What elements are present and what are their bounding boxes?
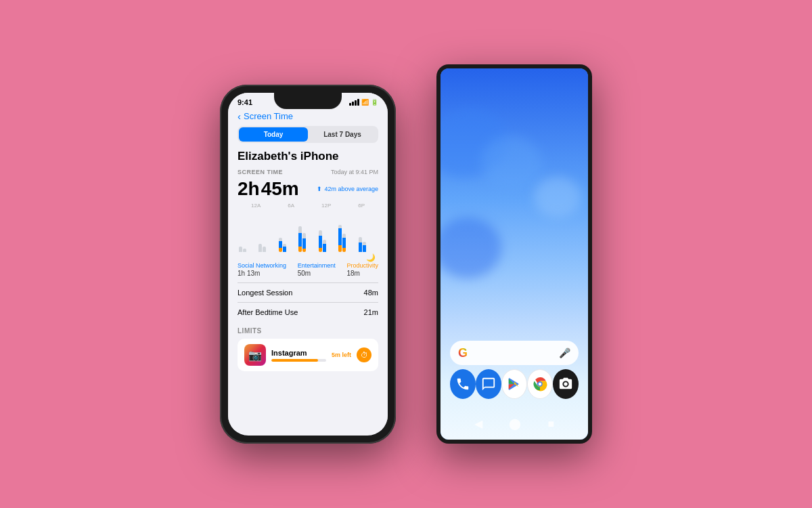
limit-bar-track xyxy=(271,359,326,362)
signal-bars xyxy=(349,99,359,106)
section-header: SCREEN TIME Today at 9:41 PM xyxy=(238,169,378,175)
legend-row: Social Networking 1h 13m Entertainment 5… xyxy=(238,262,378,277)
signal-bar-1 xyxy=(349,103,351,106)
bar xyxy=(263,247,266,252)
stat-bedtime: After Bedtime Use 21m xyxy=(238,302,378,322)
mins-value: 45m xyxy=(261,178,299,200)
mic-icon: 🎤 xyxy=(559,347,570,358)
nav-back-label: Screen Time xyxy=(244,111,293,121)
limit-info: Instagram xyxy=(271,349,326,362)
signal-bar-2 xyxy=(352,102,354,106)
legend-productivity: Productivity 18m xyxy=(346,262,378,277)
screen-content: ‹ Screen Time Today Last 7 Days Elizabet… xyxy=(228,109,388,431)
back-nav-icon[interactable]: ◀ xyxy=(474,417,482,430)
dock-messages-icon[interactable] xyxy=(476,369,501,399)
chart-bars xyxy=(238,210,378,252)
bar-group-2 xyxy=(258,244,277,252)
svg-point-2 xyxy=(539,383,542,386)
stat-label-longest: Longest Session xyxy=(238,289,292,297)
bar-group-1 xyxy=(239,247,257,252)
bar xyxy=(302,238,306,249)
legend-social-label: Social Networking xyxy=(238,262,286,269)
legend-ent-label: Entertainment xyxy=(298,262,336,269)
iphone-notch xyxy=(274,93,342,109)
signal-bar-3 xyxy=(355,100,357,106)
legend-entertainment: Entertainment 50m xyxy=(298,262,336,277)
paint-blob-4 xyxy=(441,217,501,278)
limit-timer-icon: ⏱ xyxy=(357,347,371,362)
bar xyxy=(319,236,322,248)
bar xyxy=(319,230,322,236)
bar xyxy=(363,245,366,252)
bar xyxy=(359,237,362,242)
nav-back[interactable]: ‹ Screen Time xyxy=(238,110,378,122)
android-wallpaper: G 🎤 xyxy=(441,68,588,440)
device-name: Elizabeth's iPhone xyxy=(238,150,378,163)
android-nav-bar: ◀ ⬤ ■ xyxy=(441,417,588,430)
battery-icon: 🔋 xyxy=(371,99,378,106)
recents-nav-icon[interactable]: ■ xyxy=(548,418,555,430)
dock-camera-icon[interactable] xyxy=(553,369,579,399)
above-avg-text: 42m above average xyxy=(324,186,378,192)
android-search-bar[interactable]: G 🎤 xyxy=(450,341,579,365)
instagram-icon: 📷 xyxy=(244,344,266,366)
chart-label-6p: 6P xyxy=(358,203,365,209)
bar xyxy=(298,247,302,252)
iphone-device: 9:41 📶 🔋 ‹ Screen Time xyxy=(220,85,396,444)
legend-ent-val: 50m xyxy=(298,270,336,277)
above-avg: ⬆ 42m above average xyxy=(317,186,378,192)
bar xyxy=(258,244,262,252)
bar-group-5 xyxy=(319,230,337,252)
limits-header: LIMITS xyxy=(238,327,378,335)
chart-labels: 12A 6A 12P 6P xyxy=(238,203,378,209)
legend-prod-label: Productivity xyxy=(346,262,378,269)
bar-group-7 xyxy=(359,237,377,252)
paint-blob-3 xyxy=(534,177,581,217)
usage-chart: 12A 6A 12P 6P xyxy=(238,203,378,257)
bar xyxy=(338,228,342,245)
bar xyxy=(302,233,306,238)
bar xyxy=(279,241,282,248)
dock-phone-icon[interactable] xyxy=(450,369,476,399)
bar xyxy=(239,247,242,252)
bar xyxy=(342,238,346,248)
bar xyxy=(279,248,282,252)
status-icons: 📶 🔋 xyxy=(349,99,378,106)
bar xyxy=(342,248,346,252)
legend-social: Social Networking 1h 13m xyxy=(238,262,286,277)
limit-bar-fill xyxy=(271,359,318,362)
dock-chrome-icon[interactable] xyxy=(527,369,553,399)
bar xyxy=(243,249,246,252)
status-time: 9:41 xyxy=(238,98,252,106)
legend-social-val: 1h 13m xyxy=(238,270,286,277)
limit-item-instagram[interactable]: 📷 Instagram 5m left ⏱ xyxy=(238,339,378,371)
dock-playstore-icon[interactable] xyxy=(501,369,527,399)
android-device: G 🎤 xyxy=(436,64,592,444)
stat-label-bedtime: After Bedtime Use xyxy=(238,308,298,316)
bar xyxy=(338,245,342,252)
section-time: Today at 9:41 PM xyxy=(331,169,378,175)
chart-label-6a: 6A xyxy=(288,203,294,209)
google-logo: G xyxy=(458,346,468,360)
limit-app-name: Instagram xyxy=(271,349,326,357)
iphone-screen: 9:41 📶 🔋 ‹ Screen Time xyxy=(228,93,388,436)
home-nav-icon[interactable]: ⬤ xyxy=(509,417,521,430)
bar xyxy=(359,242,362,252)
bar-group-4 xyxy=(298,226,317,252)
tab-switcher: Today Last 7 Days xyxy=(238,126,378,143)
tab-today[interactable]: Today xyxy=(239,127,308,142)
up-arrow-icon: ⬆ xyxy=(317,186,322,192)
big-time-row: 2h 45m ⬆ 42m above average xyxy=(238,178,378,200)
android-screen: G 🎤 xyxy=(441,68,588,440)
hours-value: 2h xyxy=(238,178,260,200)
android-dock xyxy=(450,369,579,399)
bar xyxy=(298,233,302,247)
tab-last7[interactable]: Last 7 Days xyxy=(308,127,377,142)
bar xyxy=(283,247,286,252)
big-time: 2h 45m xyxy=(238,178,299,200)
limit-time-left: 5m left xyxy=(332,352,351,358)
bar xyxy=(298,226,302,233)
signal-bar-4 xyxy=(357,99,359,106)
chart-label-12p: 12P xyxy=(321,203,331,209)
stat-longest-session: Longest Session 48m xyxy=(238,282,378,302)
